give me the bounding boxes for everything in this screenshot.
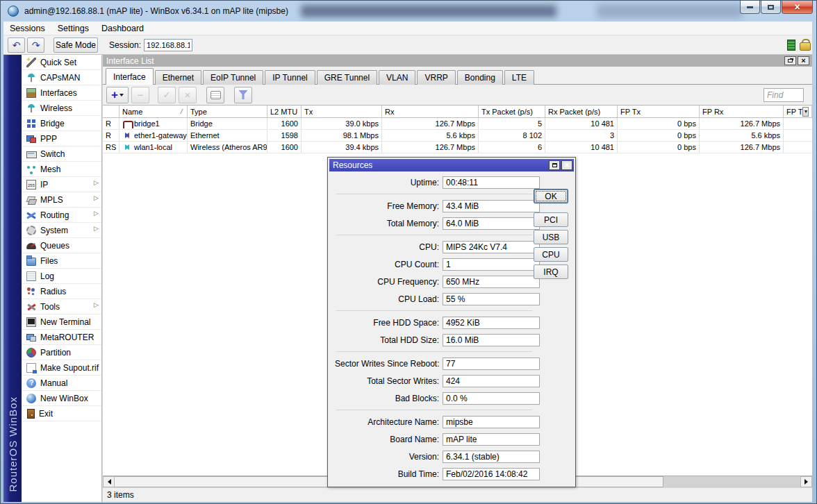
sidebar-item-label: Bridge [40, 119, 65, 128]
tools-icon [26, 302, 36, 312]
comment-button[interactable] [206, 87, 224, 103]
field-build-time: Build Time:Feb/02/2016 14:08:42 [335, 468, 574, 480]
cpu-button[interactable]: CPU [534, 247, 568, 262]
group-separator [336, 310, 532, 311]
sidebar-item-radius[interactable]: Radius [22, 284, 101, 299]
sidebar-item-label: CAPsMAN [40, 73, 80, 83]
row-flags: RS [103, 142, 119, 153]
tab-ip-tunnel[interactable]: IP Tunnel [265, 70, 315, 85]
restore-button[interactable] [784, 56, 796, 65]
column-fp-rx[interactable]: FP Rx [700, 106, 784, 117]
field-board-name: Board Name:mAP lite [335, 433, 574, 446]
table-row[interactable]: R ether1-gateway Ethernet 1598 98.1 Mbps… [103, 130, 812, 142]
column-l2mtu[interactable]: L2 MTU [267, 106, 302, 117]
sidebar-item-queues[interactable]: Queues [22, 238, 101, 253]
field-value: 0.0 % [443, 392, 540, 405]
table-row[interactable]: RS wlan1-local Wireless (Atheros AR9... … [103, 142, 812, 153]
sidebar-item-label: System [40, 226, 68, 235]
sidebar-item-ip[interactable]: IP [22, 177, 101, 192]
sidebar-item-new-terminal[interactable]: New Terminal [22, 314, 101, 330]
sidebar-item-capsman[interactable]: CAPsMAN [22, 70, 101, 85]
sidebar-item-mpls[interactable]: MPLS [22, 192, 101, 208]
scroll-left-button[interactable] [103, 476, 115, 487]
sidebar-item-mesh[interactable]: Mesh [22, 162, 101, 177]
bridge-interface-icon [122, 119, 133, 128]
window-titlebar[interactable]: admin@192.168.88.1 (mAP lite) - WinBox v… [1, 1, 817, 22]
sidebar-item-manual[interactable]: Manual [22, 376, 101, 391]
find-input[interactable] [764, 88, 804, 102]
add-button[interactable] [106, 87, 129, 103]
row-l2mtu: 1600 [267, 142, 302, 153]
tab-lte[interactable]: LTE [504, 70, 534, 85]
sidebar-item-make-supout[interactable]: Make Supout.rif [22, 360, 101, 376]
sidebar-item-interfaces[interactable]: Interfaces [22, 85, 101, 101]
sidebar-item-label: PPP [40, 134, 57, 144]
sidebar-item-routing[interactable]: Routing [22, 208, 101, 223]
tab-bonding[interactable]: Bonding [457, 70, 503, 85]
safe-mode-button[interactable]: Safe Mode [53, 37, 98, 53]
sidebar-item-wireless[interactable]: Wireless [22, 101, 101, 116]
irq-button[interactable]: IRQ [534, 264, 568, 279]
metarouter-icon [26, 333, 36, 342]
tab-gre-tunnel[interactable]: GRE Tunnel [317, 70, 377, 85]
close-button[interactable] [782, 1, 813, 14]
sidebar-item-label: Partition [40, 348, 71, 358]
tab-vlan[interactable]: VLAN [379, 70, 415, 85]
ip-icon [26, 180, 36, 190]
column-name[interactable]: Name [119, 106, 188, 117]
session-input[interactable] [144, 39, 192, 51]
column-tx-packet[interactable]: Tx Packet (p/s) [479, 106, 545, 117]
interface-list-titlebar[interactable]: Interface List [103, 55, 812, 67]
column-flags[interactable] [103, 106, 119, 117]
column-rx[interactable]: Rx [382, 106, 479, 117]
field-value: 4952 KiB [443, 317, 540, 329]
menu-sessions[interactable]: Sessions [3, 22, 51, 35]
field-label: Uptime: [335, 178, 439, 187]
sidebar-item-files[interactable]: Files [22, 253, 101, 269]
enable-button[interactable] [158, 87, 176, 103]
disable-button[interactable] [179, 87, 197, 103]
sidebar-item-quick-set[interactable]: Quick Set [22, 55, 101, 70]
pci-button[interactable]: PCI [534, 212, 568, 227]
sidebar-item-partition[interactable]: Partition [22, 345, 101, 360]
sidebar-item-metarouter[interactable]: MetaROUTER [22, 330, 101, 345]
sidebar-item-bridge[interactable]: Bridge [22, 116, 101, 131]
column-fp-tx[interactable]: FP Tx [618, 106, 700, 117]
group-separator [336, 194, 532, 194]
field-total-hdd: Total HDD Size:16.0 MiB [335, 334, 574, 346]
filter-button[interactable] [234, 87, 252, 103]
sidebar-item-new-winbox[interactable]: New WinBox [22, 391, 101, 406]
column-fp-t[interactable]: FP T [784, 106, 812, 117]
sidebar-item-tools[interactable]: Tools [22, 299, 101, 314]
tab-eoip-tunnel[interactable]: EoIP Tunnel [203, 70, 263, 85]
menu-dashboard[interactable]: Dashboard [95, 22, 150, 35]
column-type[interactable]: Type [188, 106, 267, 117]
sidebar-item-system[interactable]: System [22, 223, 101, 238]
row-l2mtu: 1598 [267, 130, 302, 141]
column-rx-packet[interactable]: Rx Packet (p/s) [545, 106, 618, 117]
redo-button[interactable] [27, 37, 44, 53]
dialog-close-button[interactable] [561, 160, 572, 170]
undo-button[interactable] [8, 37, 25, 53]
tab-vrrp[interactable]: VRRP [417, 70, 455, 85]
dialog-maximize-button[interactable] [549, 160, 560, 170]
sidebar-item-exit[interactable]: Exit [22, 406, 101, 421]
menu-settings[interactable]: Settings [51, 22, 95, 35]
ok-button[interactable]: OK [534, 189, 568, 203]
scroll-right-button[interactable] [800, 476, 812, 487]
column-tx[interactable]: Tx [302, 106, 382, 117]
table-row[interactable]: R bridge1 Bridge 1600 39.0 kbps 126.7 Mb… [103, 118, 812, 130]
minimize-button[interactable] [740, 1, 760, 14]
close-window-button[interactable] [798, 56, 809, 65]
tab-interface[interactable]: Interface [106, 68, 154, 85]
column-picker-button[interactable] [802, 107, 809, 117]
sidebar-item-log[interactable]: Log [22, 269, 101, 284]
sidebar-item-ppp[interactable]: PPP [22, 131, 101, 146]
maximize-button[interactable] [761, 1, 781, 14]
sidebar-item-switch[interactable]: Switch [22, 146, 101, 162]
resources-dialog-titlebar[interactable]: Resources [329, 159, 574, 171]
usb-button[interactable]: USB [534, 230, 568, 244]
tab-ethernet[interactable]: Ethernet [155, 70, 201, 85]
remove-button[interactable] [131, 87, 149, 103]
row-fp-t [784, 118, 812, 129]
